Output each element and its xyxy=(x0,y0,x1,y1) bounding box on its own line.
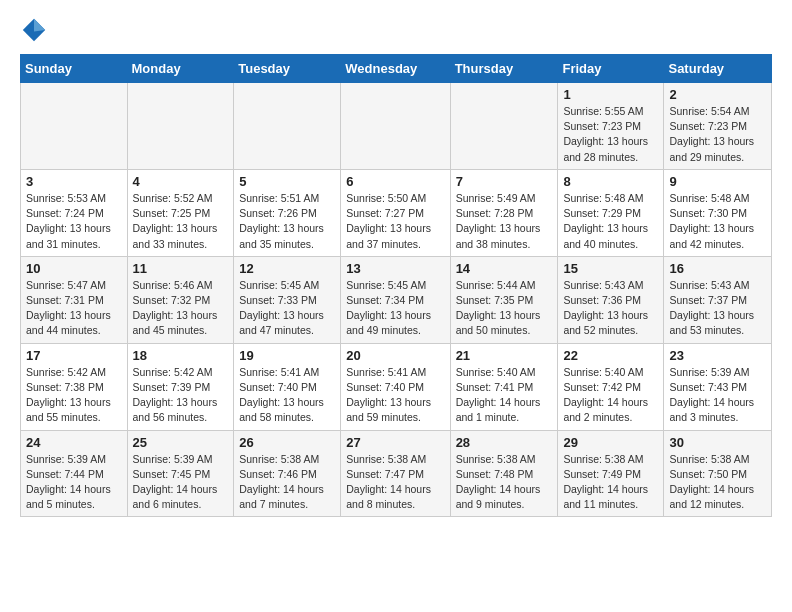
calendar-cell: 17Sunrise: 5:42 AM Sunset: 7:38 PM Dayli… xyxy=(21,343,128,430)
day-number: 27 xyxy=(346,435,444,450)
calendar-cell: 22Sunrise: 5:40 AM Sunset: 7:42 PM Dayli… xyxy=(558,343,664,430)
calendar-week-1: 1Sunrise: 5:55 AM Sunset: 7:23 PM Daylig… xyxy=(21,83,772,170)
calendar-cell: 29Sunrise: 5:38 AM Sunset: 7:49 PM Dayli… xyxy=(558,430,664,517)
day-info: Sunrise: 5:52 AM Sunset: 7:25 PM Dayligh… xyxy=(133,191,229,252)
calendar-cell: 6Sunrise: 5:50 AM Sunset: 7:27 PM Daylig… xyxy=(341,169,450,256)
col-header-thursday: Thursday xyxy=(450,55,558,83)
calendar-cell: 25Sunrise: 5:39 AM Sunset: 7:45 PM Dayli… xyxy=(127,430,234,517)
day-number: 11 xyxy=(133,261,229,276)
day-info: Sunrise: 5:40 AM Sunset: 7:41 PM Dayligh… xyxy=(456,365,553,426)
day-number: 26 xyxy=(239,435,335,450)
calendar-cell: 28Sunrise: 5:38 AM Sunset: 7:48 PM Dayli… xyxy=(450,430,558,517)
logo xyxy=(20,16,52,44)
day-info: Sunrise: 5:38 AM Sunset: 7:48 PM Dayligh… xyxy=(456,452,553,513)
calendar-week-2: 3Sunrise: 5:53 AM Sunset: 7:24 PM Daylig… xyxy=(21,169,772,256)
calendar-cell xyxy=(450,83,558,170)
calendar-cell: 7Sunrise: 5:49 AM Sunset: 7:28 PM Daylig… xyxy=(450,169,558,256)
calendar-cell: 8Sunrise: 5:48 AM Sunset: 7:29 PM Daylig… xyxy=(558,169,664,256)
day-number: 13 xyxy=(346,261,444,276)
calendar-cell: 15Sunrise: 5:43 AM Sunset: 7:36 PM Dayli… xyxy=(558,256,664,343)
day-info: Sunrise: 5:45 AM Sunset: 7:34 PM Dayligh… xyxy=(346,278,444,339)
day-info: Sunrise: 5:38 AM Sunset: 7:49 PM Dayligh… xyxy=(563,452,658,513)
day-info: Sunrise: 5:39 AM Sunset: 7:44 PM Dayligh… xyxy=(26,452,122,513)
day-number: 2 xyxy=(669,87,766,102)
calendar-cell: 14Sunrise: 5:44 AM Sunset: 7:35 PM Dayli… xyxy=(450,256,558,343)
calendar-cell xyxy=(234,83,341,170)
calendar-cell: 19Sunrise: 5:41 AM Sunset: 7:40 PM Dayli… xyxy=(234,343,341,430)
day-info: Sunrise: 5:45 AM Sunset: 7:33 PM Dayligh… xyxy=(239,278,335,339)
calendar-cell: 27Sunrise: 5:38 AM Sunset: 7:47 PM Dayli… xyxy=(341,430,450,517)
day-number: 14 xyxy=(456,261,553,276)
day-info: Sunrise: 5:47 AM Sunset: 7:31 PM Dayligh… xyxy=(26,278,122,339)
day-number: 25 xyxy=(133,435,229,450)
calendar-cell: 12Sunrise: 5:45 AM Sunset: 7:33 PM Dayli… xyxy=(234,256,341,343)
day-number: 23 xyxy=(669,348,766,363)
day-number: 3 xyxy=(26,174,122,189)
calendar-week-5: 24Sunrise: 5:39 AM Sunset: 7:44 PM Dayli… xyxy=(21,430,772,517)
day-info: Sunrise: 5:49 AM Sunset: 7:28 PM Dayligh… xyxy=(456,191,553,252)
calendar-cell: 23Sunrise: 5:39 AM Sunset: 7:43 PM Dayli… xyxy=(664,343,772,430)
calendar-cell: 2Sunrise: 5:54 AM Sunset: 7:23 PM Daylig… xyxy=(664,83,772,170)
day-info: Sunrise: 5:38 AM Sunset: 7:50 PM Dayligh… xyxy=(669,452,766,513)
day-number: 24 xyxy=(26,435,122,450)
calendar-cell: 11Sunrise: 5:46 AM Sunset: 7:32 PM Dayli… xyxy=(127,256,234,343)
calendar-cell: 18Sunrise: 5:42 AM Sunset: 7:39 PM Dayli… xyxy=(127,343,234,430)
day-info: Sunrise: 5:51 AM Sunset: 7:26 PM Dayligh… xyxy=(239,191,335,252)
day-info: Sunrise: 5:42 AM Sunset: 7:38 PM Dayligh… xyxy=(26,365,122,426)
calendar-cell: 10Sunrise: 5:47 AM Sunset: 7:31 PM Dayli… xyxy=(21,256,128,343)
calendar-cell: 24Sunrise: 5:39 AM Sunset: 7:44 PM Dayli… xyxy=(21,430,128,517)
day-number: 16 xyxy=(669,261,766,276)
day-number: 15 xyxy=(563,261,658,276)
day-number: 22 xyxy=(563,348,658,363)
day-info: Sunrise: 5:39 AM Sunset: 7:43 PM Dayligh… xyxy=(669,365,766,426)
day-number: 4 xyxy=(133,174,229,189)
day-number: 7 xyxy=(456,174,553,189)
calendar-cell xyxy=(21,83,128,170)
day-info: Sunrise: 5:44 AM Sunset: 7:35 PM Dayligh… xyxy=(456,278,553,339)
logo-icon xyxy=(20,16,48,44)
col-header-monday: Monday xyxy=(127,55,234,83)
calendar-cell xyxy=(127,83,234,170)
day-info: Sunrise: 5:40 AM Sunset: 7:42 PM Dayligh… xyxy=(563,365,658,426)
day-number: 10 xyxy=(26,261,122,276)
day-info: Sunrise: 5:43 AM Sunset: 7:37 PM Dayligh… xyxy=(669,278,766,339)
day-info: Sunrise: 5:48 AM Sunset: 7:29 PM Dayligh… xyxy=(563,191,658,252)
calendar-cell xyxy=(341,83,450,170)
calendar-cell: 9Sunrise: 5:48 AM Sunset: 7:30 PM Daylig… xyxy=(664,169,772,256)
day-info: Sunrise: 5:55 AM Sunset: 7:23 PM Dayligh… xyxy=(563,104,658,165)
page-header xyxy=(20,16,772,44)
day-number: 8 xyxy=(563,174,658,189)
day-info: Sunrise: 5:42 AM Sunset: 7:39 PM Dayligh… xyxy=(133,365,229,426)
day-number: 17 xyxy=(26,348,122,363)
col-header-sunday: Sunday xyxy=(21,55,128,83)
col-header-friday: Friday xyxy=(558,55,664,83)
day-number: 5 xyxy=(239,174,335,189)
day-info: Sunrise: 5:38 AM Sunset: 7:47 PM Dayligh… xyxy=(346,452,444,513)
calendar-cell: 4Sunrise: 5:52 AM Sunset: 7:25 PM Daylig… xyxy=(127,169,234,256)
calendar-cell: 30Sunrise: 5:38 AM Sunset: 7:50 PM Dayli… xyxy=(664,430,772,517)
day-number: 28 xyxy=(456,435,553,450)
day-number: 6 xyxy=(346,174,444,189)
day-number: 19 xyxy=(239,348,335,363)
calendar-cell: 20Sunrise: 5:41 AM Sunset: 7:40 PM Dayli… xyxy=(341,343,450,430)
col-header-saturday: Saturday xyxy=(664,55,772,83)
calendar-week-3: 10Sunrise: 5:47 AM Sunset: 7:31 PM Dayli… xyxy=(21,256,772,343)
day-info: Sunrise: 5:43 AM Sunset: 7:36 PM Dayligh… xyxy=(563,278,658,339)
calendar-week-4: 17Sunrise: 5:42 AM Sunset: 7:38 PM Dayli… xyxy=(21,343,772,430)
day-info: Sunrise: 5:41 AM Sunset: 7:40 PM Dayligh… xyxy=(239,365,335,426)
col-header-tuesday: Tuesday xyxy=(234,55,341,83)
day-number: 29 xyxy=(563,435,658,450)
day-info: Sunrise: 5:48 AM Sunset: 7:30 PM Dayligh… xyxy=(669,191,766,252)
day-info: Sunrise: 5:41 AM Sunset: 7:40 PM Dayligh… xyxy=(346,365,444,426)
calendar-cell: 1Sunrise: 5:55 AM Sunset: 7:23 PM Daylig… xyxy=(558,83,664,170)
calendar-table: SundayMondayTuesdayWednesdayThursdayFrid… xyxy=(20,54,772,517)
day-info: Sunrise: 5:38 AM Sunset: 7:46 PM Dayligh… xyxy=(239,452,335,513)
day-info: Sunrise: 5:46 AM Sunset: 7:32 PM Dayligh… xyxy=(133,278,229,339)
col-header-wednesday: Wednesday xyxy=(341,55,450,83)
day-number: 20 xyxy=(346,348,444,363)
calendar-cell: 5Sunrise: 5:51 AM Sunset: 7:26 PM Daylig… xyxy=(234,169,341,256)
calendar-cell: 13Sunrise: 5:45 AM Sunset: 7:34 PM Dayli… xyxy=(341,256,450,343)
svg-marker-1 xyxy=(34,19,45,32)
day-number: 30 xyxy=(669,435,766,450)
day-info: Sunrise: 5:53 AM Sunset: 7:24 PM Dayligh… xyxy=(26,191,122,252)
